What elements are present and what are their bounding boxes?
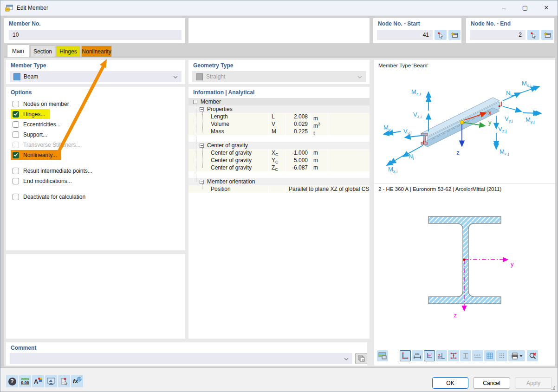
geometry-color-icon (196, 73, 203, 80)
comment-select[interactable] (10, 353, 352, 364)
checkbox-icon[interactable] (13, 101, 19, 107)
units-settings-icon[interactable]: 0.00 (19, 375, 31, 387)
maximize-icon[interactable]: ▢ (514, 0, 536, 15)
svg-text:y: y (431, 352, 432, 355)
preview-toolbar: 100 y SC (374, 350, 555, 362)
node-start-new-icon[interactable]: ★ (448, 30, 461, 40)
svg-text:Ni: Ni (409, 153, 414, 161)
option-transverse-stiffeners: Transverse Stiffeners... (11, 140, 85, 150)
section-shape-icon[interactable] (460, 350, 471, 361)
collapse-icon[interactable] (200, 180, 204, 184)
svg-text:Vy,j: Vy,j (505, 115, 513, 123)
checkbox-icon[interactable] (13, 194, 19, 200)
option-deactivate-for-calculation[interactable]: Deactivate for calculation (11, 192, 90, 202)
grid-icon[interactable] (484, 350, 495, 361)
option-eccentricities[interactable]: Eccentricities... (11, 119, 65, 129)
checkbox-icon[interactable] (13, 178, 19, 184)
section-outline-points-icon[interactable] (400, 350, 411, 361)
resize-grip[interactable] (551, 385, 556, 391)
node-start-label: Node No. - Start (378, 20, 420, 27)
mesh-points-icon[interactable] (496, 350, 507, 361)
geometry-type-group: Geometry Type Straight (188, 60, 370, 84)
help-icon[interactable]: ? (6, 375, 18, 387)
tab-main[interactable]: Main (7, 45, 29, 57)
tree-row-properties: Properties (188, 105, 370, 113)
option-label: End modifications... (23, 178, 72, 184)
svg-text:Vz,j: Vz,j (498, 125, 506, 133)
beam-preview-title: Member Type 'Beam' (378, 63, 428, 68)
node-start-pick-icon[interactable] (435, 30, 447, 40)
collapse-icon[interactable] (200, 144, 204, 148)
close-icon[interactable]: ✕ (536, 0, 557, 15)
shear-center-icon[interactable]: SC (436, 350, 447, 361)
cancel-button[interactable]: Cancel (473, 377, 510, 389)
member-type-label: Member Type (11, 62, 46, 69)
tab-strip-line (4, 57, 555, 57)
collapse-icon[interactable] (200, 107, 204, 111)
comment-copy-icon[interactable] (355, 353, 367, 364)
tree-guide-line (196, 105, 196, 182)
checkbox-checked-icon[interactable] (13, 152, 19, 158)
tree-row-position: Position Parallel to plane XZ of global … (188, 185, 370, 193)
node-end-new-icon[interactable]: ★ (541, 30, 553, 40)
display-properties-icon[interactable]: A (32, 375, 44, 387)
checkbox-checked-icon[interactable] (13, 111, 19, 118)
tree-guide-line (202, 112, 203, 131)
option-label: Result intermediate points... (23, 168, 92, 174)
options-label: Options (11, 89, 32, 96)
checkbox-icon[interactable] (13, 168, 19, 174)
information-tree: Member Properties Length L 2.008 m Volum… (188, 98, 370, 193)
print-icon[interactable] (508, 350, 525, 361)
geometry-type-label: Geometry Type (193, 62, 233, 69)
tree-guide-line (202, 184, 203, 189)
stress-points-icon[interactable] (448, 350, 459, 361)
clear-input-icon[interactable] (58, 375, 70, 387)
option-label: Nonlinearity... (23, 152, 57, 158)
option-nodes-on-member[interactable]: Nodes on member (11, 99, 74, 109)
checkbox-icon[interactable] (13, 121, 19, 128)
point-numbering-icon[interactable]: 1 2 3 (472, 350, 483, 361)
svg-text:★: ★ (451, 32, 455, 36)
option-support[interactable]: Support... (11, 130, 52, 139)
node-end-input[interactable] (470, 30, 526, 40)
ok-button[interactable]: OK (432, 377, 468, 389)
zoom-reset-icon[interactable] (527, 350, 538, 361)
svg-text:z: z (456, 149, 460, 156)
svg-text:Vz,i: Vz,i (413, 111, 422, 119)
svg-text:SC: SC (438, 356, 442, 359)
tree-row-member-orientation: Member orientation (188, 178, 370, 185)
member-no-input[interactable] (9, 30, 182, 40)
formula-icon[interactable]: fx (71, 375, 83, 387)
geometry-type-value: Straight (206, 73, 225, 80)
display-on-screen-icon[interactable] (45, 375, 57, 387)
option-nonlinearity[interactable]: Nonlinearity... (11, 150, 61, 160)
left-empty-box (6, 254, 185, 339)
node-end-label: Node No. - End (471, 20, 511, 27)
svg-text:1 2 3: 1 2 3 (474, 353, 480, 356)
chevron-down-icon (173, 73, 178, 80)
member-type-select[interactable]: Beam (10, 71, 182, 82)
edit-member-dialog: Edit Member – ▢ ✕ Member No. Node No. - … (0, 0, 558, 392)
member-no-group: Member No. (4, 18, 185, 43)
option-end-modifications[interactable]: End modifications... (11, 176, 77, 186)
render-view-icon[interactable] (377, 350, 388, 361)
geometry-type-select: Straight (192, 71, 366, 82)
node-start-input[interactable] (377, 30, 433, 40)
option-result-intermediate-points[interactable]: Result intermediate points... (11, 166, 97, 176)
tree-row-cog-x: Center of gravity XC -1.000 m (188, 149, 370, 157)
option-label: Transverse Stiffeners... (23, 142, 80, 148)
minimize-icon[interactable]: – (493, 0, 514, 15)
svg-text:Mx,j: Mx,j (522, 80, 531, 88)
option-hinges[interactable]: Hinges... (11, 109, 50, 119)
checkbox-icon[interactable] (13, 131, 19, 138)
tree-row-volume: Volume V 0.029 m3 (188, 120, 370, 128)
node-end-pick-icon[interactable] (527, 30, 539, 40)
tab-section[interactable]: Section (30, 46, 55, 57)
option-label: Support... (23, 131, 47, 138)
section-axes-icon[interactable]: y (424, 350, 435, 361)
collapse-icon[interactable] (193, 100, 197, 104)
tab-hinges[interactable]: Hinges (56, 46, 80, 57)
tab-nonlinearity[interactable]: Nonlinearity (81, 46, 112, 57)
dimensions-icon[interactable]: 100 (412, 350, 423, 361)
member-type-value: Beam (24, 73, 38, 80)
